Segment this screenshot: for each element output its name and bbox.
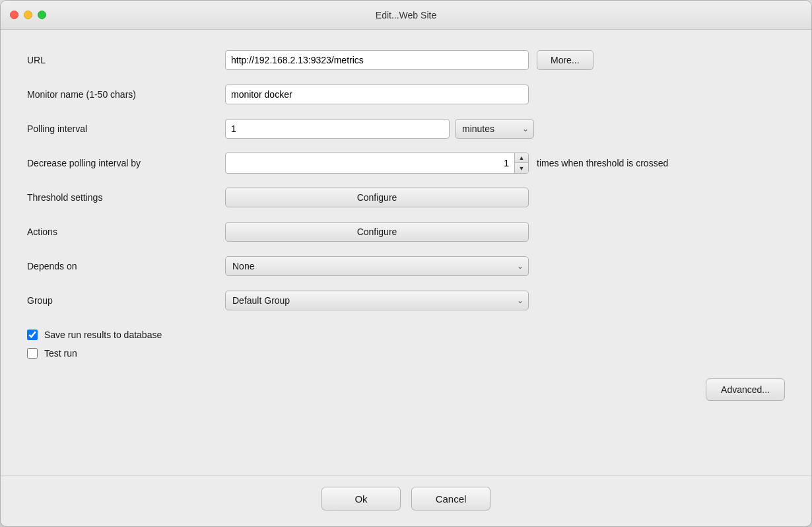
titlebar: Edit...Web Site	[1, 1, 811, 30]
stepper-buttons: ▲ ▼	[514, 153, 528, 173]
group-select-wrapper: Default Group ⌄	[225, 291, 529, 310]
form-content: URL More... Monitor name (1-50 chars) Po…	[1, 30, 811, 470]
group-select-outer-wrapper: Default Group ⌄	[225, 291, 529, 310]
actions-label: Actions	[27, 227, 225, 237]
decrease-suffix-text: times when threshold is crossed	[537, 158, 668, 168]
decrease-polling-label: Decrease polling interval by	[27, 158, 225, 168]
close-button[interactable]	[10, 11, 18, 19]
threshold-row: Threshold settings Configure	[27, 186, 785, 209]
depends-on-wrapper: None ⌄	[225, 256, 529, 276]
group-label: Group	[27, 295, 225, 306]
main-window: Edit...Web Site URL More... Monitor name…	[0, 0, 812, 527]
threshold-configure-button[interactable]: Configure	[225, 188, 529, 207]
monitor-name-input[interactable]	[225, 85, 529, 104]
threshold-label: Threshold settings	[27, 192, 225, 203]
decrease-polling-row: Decrease polling interval by ▲ ▼ times w…	[27, 151, 785, 175]
polling-interval-input[interactable]	[225, 119, 450, 139]
footer-buttons: Ok Cancel	[1, 475, 811, 526]
url-label: URL	[27, 55, 225, 65]
threshold-configure-wrapper: Configure	[225, 188, 529, 207]
depends-select-wrapper: None ⌄	[225, 256, 529, 276]
depends-row: Depends on None ⌄	[27, 254, 785, 278]
polling-interval-label: Polling interval	[27, 123, 225, 134]
url-row: URL More...	[27, 48, 785, 72]
advanced-row: Advanced...	[27, 378, 785, 401]
maximize-button[interactable]	[38, 11, 46, 19]
monitor-name-label: Monitor name (1-50 chars)	[27, 89, 225, 100]
test-run-checkbox[interactable]	[27, 348, 38, 359]
save-results-checkbox[interactable]	[27, 330, 38, 340]
save-results-label: Save run results to database	[44, 330, 162, 340]
polling-unit-select[interactable]: seconds minutes hours	[455, 119, 534, 139]
cancel-button[interactable]: Cancel	[411, 487, 491, 510]
traffic-lights	[10, 11, 46, 19]
url-input[interactable]	[225, 50, 529, 70]
window-title: Edit...Web Site	[376, 10, 436, 20]
group-row: Group Default Group ⌄	[27, 289, 785, 312]
depends-label: Depends on	[27, 261, 225, 271]
monitor-name-field-wrapper	[225, 85, 529, 104]
group-select[interactable]: Default Group	[225, 291, 529, 310]
monitor-name-row: Monitor name (1-50 chars)	[27, 83, 785, 106]
ok-button[interactable]: Ok	[321, 487, 401, 510]
checkboxes-section: Save run results to database Test run	[27, 330, 785, 367]
actions-row: Actions Configure	[27, 220, 785, 244]
minimize-button[interactable]	[24, 11, 32, 19]
stepper-up-button[interactable]: ▲	[515, 153, 528, 163]
save-results-row: Save run results to database	[27, 330, 785, 340]
url-field-wrapper	[225, 50, 529, 70]
decrease-stepper-input[interactable]	[226, 153, 514, 173]
stepper-down-button[interactable]: ▼	[515, 163, 528, 173]
actions-configure-wrapper: Configure	[225, 222, 529, 242]
test-run-row: Test run	[27, 348, 785, 359]
actions-configure-button[interactable]: Configure	[225, 222, 529, 242]
polling-interval-row: Polling interval seconds minutes hours ⌄	[27, 117, 785, 141]
decrease-stepper-group: ▲ ▼	[225, 153, 529, 174]
depends-on-select[interactable]: None	[225, 256, 529, 276]
polling-unit-select-wrapper: seconds minutes hours ⌄	[455, 119, 534, 139]
polling-interval-group: seconds minutes hours ⌄	[225, 119, 785, 139]
test-run-label: Test run	[44, 348, 77, 359]
more-button[interactable]: More...	[537, 50, 593, 70]
advanced-button[interactable]: Advanced...	[706, 378, 785, 401]
